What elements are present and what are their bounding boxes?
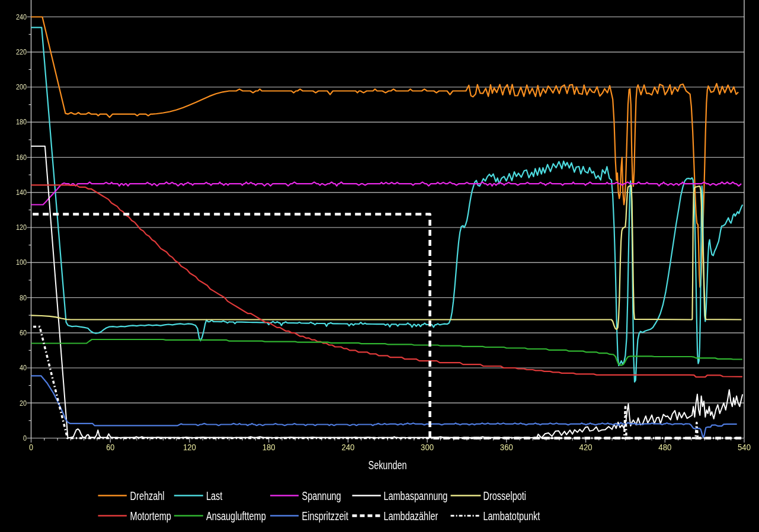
- svg-text:540: 540: [738, 442, 751, 452]
- svg-text:120: 120: [183, 442, 196, 452]
- svg-text:Motortemp: Motortemp: [130, 509, 171, 523]
- svg-text:Lambaspannung: Lambaspannung: [383, 489, 447, 502]
- svg-text:240: 240: [341, 442, 354, 452]
- svg-text:Lambatotpunkt: Lambatotpunkt: [483, 509, 540, 523]
- svg-text:180: 180: [16, 118, 27, 126]
- svg-text:300: 300: [421, 442, 434, 452]
- svg-text:Sekunden: Sekunden: [369, 459, 407, 472]
- svg-text:60: 60: [20, 329, 27, 337]
- svg-text:180: 180: [262, 442, 276, 452]
- svg-text:220: 220: [16, 48, 27, 56]
- svg-text:160: 160: [16, 153, 27, 162]
- svg-text:0: 0: [29, 442, 33, 452]
- svg-text:360: 360: [500, 442, 513, 452]
- svg-text:Spannung: Spannung: [302, 489, 341, 502]
- svg-text:Last: Last: [206, 489, 223, 502]
- svg-text:20: 20: [20, 399, 27, 408]
- svg-text:0: 0: [23, 434, 27, 443]
- svg-text:420: 420: [579, 442, 593, 452]
- svg-text:60: 60: [106, 442, 114, 452]
- svg-text:240: 240: [16, 13, 27, 21]
- svg-text:100: 100: [16, 258, 27, 267]
- svg-text:140: 140: [16, 188, 27, 197]
- svg-text:Drosselpoti: Drosselpoti: [483, 489, 527, 502]
- svg-text:80: 80: [20, 294, 27, 302]
- svg-text:480: 480: [658, 442, 671, 452]
- svg-text:Einspritzzeit: Einspritzzeit: [302, 509, 349, 523]
- svg-text:200: 200: [16, 83, 27, 91]
- svg-text:Lambdazähler: Lambdazähler: [383, 509, 438, 523]
- svg-text:Ansauglufttemp: Ansauglufttemp: [206, 509, 266, 523]
- svg-text:40: 40: [20, 364, 27, 372]
- svg-text:Drehzahl: Drehzahl: [130, 489, 165, 502]
- svg-text:120: 120: [16, 223, 27, 232]
